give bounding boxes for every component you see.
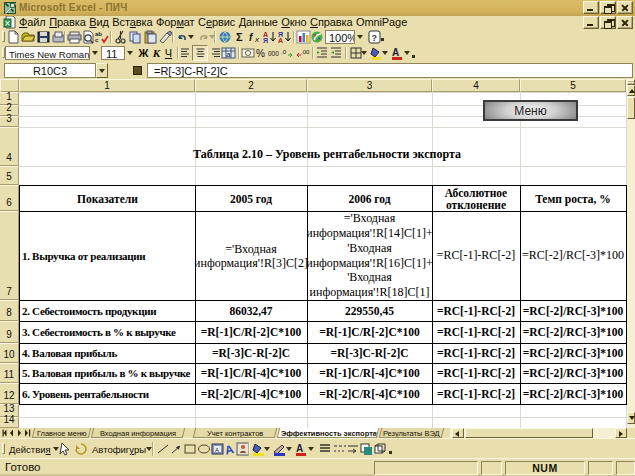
svg-text:x: x [254, 35, 260, 44]
svg-text:Я: Я [263, 37, 268, 44]
svg-text:A: A [215, 447, 219, 453]
svg-text:,00: ,00 [301, 49, 310, 55]
svg-text:000: 000 [268, 50, 279, 57]
svg-text:f: f [249, 32, 254, 43]
svg-text:А: А [278, 37, 283, 44]
svg-text:,0: ,0 [281, 49, 287, 55]
svg-text:Σ: Σ [236, 31, 243, 43]
svg-text:A: A [225, 442, 236, 456]
svg-text:А: А [296, 443, 303, 454]
svg-text:%: % [256, 48, 265, 59]
svg-text:?: ? [372, 33, 378, 43]
svg-text:c: c [95, 37, 99, 43]
svg-text:А: А [392, 47, 399, 58]
svg-text:a: a [227, 51, 231, 58]
